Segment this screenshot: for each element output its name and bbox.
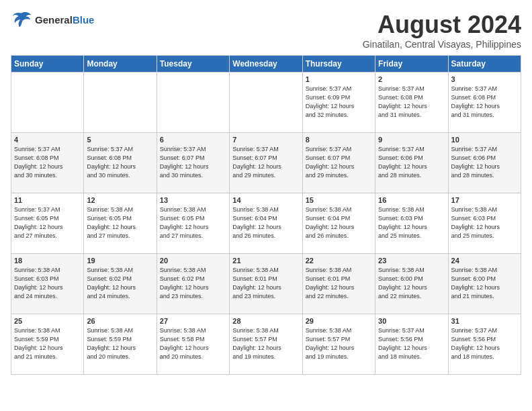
day-info: Sunrise: 5:38 AM Sunset: 6:00 PM Dayligh…	[378, 266, 445, 301]
day-number: 19	[87, 257, 153, 265]
header-saturday: Saturday	[448, 56, 521, 73]
day-number: 8	[306, 136, 372, 144]
calendar-cell: 15Sunrise: 5:38 AM Sunset: 6:04 PM Dayli…	[302, 193, 375, 254]
day-number: 27	[160, 317, 226, 325]
day-number: 3	[451, 75, 518, 83]
day-number: 7	[232, 136, 299, 144]
logo-text: GeneralBlue	[35, 14, 94, 26]
day-number: 9	[378, 136, 445, 144]
header-friday: Friday	[375, 56, 448, 73]
logo: GeneralBlue	[11, 11, 94, 30]
day-number: 17	[451, 196, 518, 204]
day-info: Sunrise: 5:38 AM Sunset: 6:03 PM Dayligh…	[451, 205, 518, 240]
day-info: Sunrise: 5:38 AM Sunset: 6:05 PM Dayligh…	[160, 205, 226, 240]
day-info: Sunrise: 5:38 AM Sunset: 6:01 PM Dayligh…	[232, 266, 299, 301]
calendar-cell: 1Sunrise: 5:37 AM Sunset: 6:09 PM Daylig…	[302, 73, 375, 133]
day-info: Sunrise: 5:37 AM Sunset: 6:08 PM Dayligh…	[14, 145, 81, 180]
header-tuesday: Tuesday	[157, 56, 229, 73]
day-info: Sunrise: 5:38 AM Sunset: 5:58 PM Dayligh…	[160, 326, 226, 361]
day-number: 11	[14, 196, 81, 204]
day-info: Sunrise: 5:38 AM Sunset: 6:02 PM Dayligh…	[87, 266, 153, 301]
day-info: Sunrise: 5:37 AM Sunset: 5:56 PM Dayligh…	[451, 326, 518, 361]
calendar-cell	[157, 73, 229, 133]
day-number: 4	[14, 136, 81, 144]
day-number: 10	[451, 136, 518, 144]
title-block: August 2024 Ginatilan, Central Visayas, …	[363, 11, 521, 50]
calendar-cell: 11Sunrise: 5:37 AM Sunset: 6:05 PM Dayli…	[11, 193, 84, 254]
day-info: Sunrise: 5:38 AM Sunset: 5:57 PM Dayligh…	[232, 326, 299, 361]
calendar-cell: 9Sunrise: 5:37 AM Sunset: 6:06 PM Daylig…	[375, 133, 448, 193]
calendar-cell: 21Sunrise: 5:38 AM Sunset: 6:01 PM Dayli…	[230, 254, 302, 314]
calendar-cell: 19Sunrise: 5:38 AM Sunset: 6:02 PM Dayli…	[84, 254, 157, 314]
calendar-cell: 12Sunrise: 5:38 AM Sunset: 6:05 PM Dayli…	[84, 193, 157, 254]
day-info: Sunrise: 5:37 AM Sunset: 6:08 PM Dayligh…	[87, 145, 153, 180]
calendar-cell	[11, 73, 84, 133]
month-year-title: August 2024	[363, 11, 521, 39]
day-info: Sunrise: 5:38 AM Sunset: 6:00 PM Dayligh…	[451, 266, 518, 301]
location-subtitle: Ginatilan, Central Visayas, Philippines	[363, 39, 521, 50]
day-number: 14	[232, 196, 299, 204]
calendar-cell: 8Sunrise: 5:37 AM Sunset: 6:07 PM Daylig…	[302, 133, 375, 193]
calendar-cell: 30Sunrise: 5:37 AM Sunset: 5:56 PM Dayli…	[375, 314, 448, 375]
day-info: Sunrise: 5:37 AM Sunset: 6:09 PM Dayligh…	[306, 85, 372, 120]
day-info: Sunrise: 5:37 AM Sunset: 6:07 PM Dayligh…	[160, 145, 226, 180]
day-info: Sunrise: 5:38 AM Sunset: 5:59 PM Dayligh…	[87, 326, 153, 361]
day-number: 22	[306, 257, 372, 265]
calendar-cell	[230, 73, 302, 133]
calendar-cell: 26Sunrise: 5:38 AM Sunset: 5:59 PM Dayli…	[84, 314, 157, 375]
day-number: 15	[306, 196, 372, 204]
day-info: Sunrise: 5:38 AM Sunset: 6:01 PM Dayligh…	[306, 266, 372, 301]
calendar-header-row: SundayMondayTuesdayWednesdayThursdayFrid…	[11, 56, 521, 73]
calendar-cell: 10Sunrise: 5:37 AM Sunset: 6:06 PM Dayli…	[448, 133, 521, 193]
calendar-cell: 7Sunrise: 5:37 AM Sunset: 6:07 PM Daylig…	[230, 133, 302, 193]
calendar-cell: 4Sunrise: 5:37 AM Sunset: 6:08 PM Daylig…	[11, 133, 84, 193]
day-number: 2	[378, 75, 445, 83]
calendar-week-row: 1Sunrise: 5:37 AM Sunset: 6:09 PM Daylig…	[11, 73, 521, 133]
calendar-cell: 3Sunrise: 5:37 AM Sunset: 6:08 PM Daylig…	[448, 73, 521, 133]
day-number: 26	[87, 317, 153, 325]
day-number: 16	[378, 196, 445, 204]
calendar-cell: 20Sunrise: 5:38 AM Sunset: 6:02 PM Dayli…	[157, 254, 229, 314]
calendar-cell: 23Sunrise: 5:38 AM Sunset: 6:00 PM Dayli…	[375, 254, 448, 314]
day-number: 24	[451, 257, 518, 265]
day-info: Sunrise: 5:37 AM Sunset: 6:07 PM Dayligh…	[232, 145, 299, 180]
day-number: 1	[306, 75, 372, 83]
calendar-cell: 22Sunrise: 5:38 AM Sunset: 6:01 PM Dayli…	[302, 254, 375, 314]
calendar-cell: 28Sunrise: 5:38 AM Sunset: 5:57 PM Dayli…	[230, 314, 302, 375]
header-monday: Monday	[84, 56, 157, 73]
calendar-cell: 27Sunrise: 5:38 AM Sunset: 5:58 PM Dayli…	[157, 314, 229, 375]
day-info: Sunrise: 5:38 AM Sunset: 6:04 PM Dayligh…	[232, 205, 299, 240]
day-info: Sunrise: 5:37 AM Sunset: 6:07 PM Dayligh…	[306, 145, 372, 180]
header-thursday: Thursday	[302, 56, 375, 73]
calendar-week-row: 4Sunrise: 5:37 AM Sunset: 6:08 PM Daylig…	[11, 133, 521, 193]
day-number: 21	[232, 257, 299, 265]
calendar-table: SundayMondayTuesdayWednesdayThursdayFrid…	[11, 55, 521, 375]
day-number: 30	[378, 317, 445, 325]
calendar-cell: 18Sunrise: 5:38 AM Sunset: 6:03 PM Dayli…	[11, 254, 84, 314]
day-number: 29	[306, 317, 372, 325]
day-number: 23	[378, 257, 445, 265]
calendar-cell: 24Sunrise: 5:38 AM Sunset: 6:00 PM Dayli…	[448, 254, 521, 314]
day-info: Sunrise: 5:37 AM Sunset: 5:56 PM Dayligh…	[378, 326, 445, 361]
day-info: Sunrise: 5:37 AM Sunset: 6:05 PM Dayligh…	[14, 205, 81, 240]
day-info: Sunrise: 5:38 AM Sunset: 6:03 PM Dayligh…	[14, 266, 81, 301]
header-wednesday: Wednesday	[230, 56, 302, 73]
day-info: Sunrise: 5:37 AM Sunset: 6:06 PM Dayligh…	[378, 145, 445, 180]
calendar-cell: 31Sunrise: 5:37 AM Sunset: 5:56 PM Dayli…	[448, 314, 521, 375]
calendar-cell: 6Sunrise: 5:37 AM Sunset: 6:07 PM Daylig…	[157, 133, 229, 193]
calendar-cell	[84, 73, 157, 133]
header-sunday: Sunday	[11, 56, 84, 73]
calendar-week-row: 25Sunrise: 5:38 AM Sunset: 5:59 PM Dayli…	[11, 314, 521, 375]
day-info: Sunrise: 5:37 AM Sunset: 6:08 PM Dayligh…	[451, 85, 518, 120]
calendar-week-row: 11Sunrise: 5:37 AM Sunset: 6:05 PM Dayli…	[11, 193, 521, 254]
calendar-cell: 17Sunrise: 5:38 AM Sunset: 6:03 PM Dayli…	[448, 193, 521, 254]
calendar-cell: 25Sunrise: 5:38 AM Sunset: 5:59 PM Dayli…	[11, 314, 84, 375]
day-number: 6	[160, 136, 226, 144]
calendar-cell: 13Sunrise: 5:38 AM Sunset: 6:05 PM Dayli…	[157, 193, 229, 254]
logo-bird-icon	[11, 11, 32, 30]
day-info: Sunrise: 5:38 AM Sunset: 5:57 PM Dayligh…	[306, 326, 372, 361]
day-number: 18	[14, 257, 81, 265]
day-number: 28	[232, 317, 299, 325]
day-number: 12	[87, 196, 153, 204]
day-number: 5	[87, 136, 153, 144]
